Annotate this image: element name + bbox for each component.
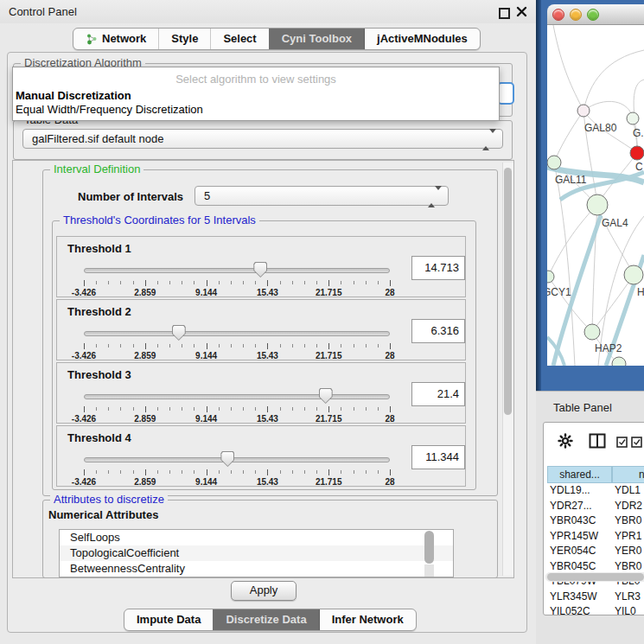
slider-track[interactable] <box>84 268 390 273</box>
float-icon[interactable] <box>499 8 510 19</box>
threshold-label: Threshold 3 <box>67 368 131 381</box>
table-row[interactable]: YDL19...YDL1 <box>544 483 644 499</box>
slider-thumb[interactable] <box>253 262 267 277</box>
tab-network[interactable]: Network <box>73 29 158 49</box>
threshold-panel-1: Threshold 1-3.4262.8599.14415.4321.71528… <box>56 236 466 297</box>
column-header-shared-name[interactable]: shared... <box>547 466 612 483</box>
apply-button[interactable]: Apply <box>231 581 296 601</box>
checkbox-icon[interactable] <box>616 437 628 448</box>
close-icon[interactable] <box>516 6 527 17</box>
cell-name: YER0 <box>615 544 641 559</box>
tab-jactivemnodules[interactable]: jActiveMNodules <box>364 29 480 49</box>
algorithm-combobox[interactable] <box>497 82 514 105</box>
slider-tick-labels: -3.4262.8599.14415.4321.71528 <box>84 477 390 488</box>
attribute-item-betweennesscentrality[interactable]: BetweennessCentrality <box>60 561 453 577</box>
panel-scrollbar[interactable] <box>502 163 513 576</box>
cell-shared-name: YDL19... <box>550 483 590 499</box>
network-node-h[interactable] <box>624 265 643 284</box>
attribute-item-selfloops[interactable]: SelfLoops <box>60 530 453 545</box>
threshold-value-field[interactable]: 6.316 <box>411 319 465 343</box>
network-node-gal80[interactable] <box>577 105 590 117</box>
threshold-slider[interactable]: -3.4262.8599.14415.4321.71528 <box>84 324 390 360</box>
column-header-name[interactable]: n <box>612 466 644 483</box>
threshold-panel-3: Threshold 3-3.4262.8599.14415.4321.71528… <box>56 362 466 424</box>
minimize-traffic-icon[interactable] <box>570 9 582 21</box>
threshold-value-field[interactable]: 14.713 <box>411 256 465 280</box>
scrollbar-thumb[interactable] <box>504 168 512 415</box>
table-row[interactable]: YIL052CYIL0 <box>544 604 644 620</box>
tab-label: Infer Network <box>332 609 404 630</box>
network-node-hap2[interactable] <box>584 324 600 340</box>
node-label-hap2: HAP2 <box>595 342 622 354</box>
table-data-combobox[interactable]: galFiltered.sif default node <box>22 129 503 149</box>
slider-ticks <box>84 280 390 287</box>
threshold-value-field[interactable]: 21.4 <box>411 382 465 406</box>
attributes-list[interactable]: SelfLoopsTopologicalCoefficientBetweenne… <box>59 529 454 577</box>
cell-shared-name: YDR27... <box>550 499 592 514</box>
table-row[interactable]: YDR27...YDR2 <box>544 499 644 514</box>
tab-discretize-data[interactable]: Discretize Data <box>213 609 318 630</box>
table-row[interactable]: YPR145WYPR1 <box>544 529 644 545</box>
cell-name: YBR0 <box>615 513 641 529</box>
settings-scroll-panel: Interval Definition Number of Intervals … <box>12 160 514 578</box>
checkbox-icon[interactable] <box>631 437 642 448</box>
table-panel-title: Table Panel <box>553 401 612 414</box>
panel-title: Control Panel <box>9 5 77 18</box>
table-row[interactable]: YLR345WYLR3 <box>544 590 644 605</box>
node-label-partial: C <box>635 161 643 173</box>
threshold-label: Threshold 1 <box>67 242 131 255</box>
table-hscrollbar[interactable] <box>545 572 644 582</box>
network-view-window: GAL80GAL11GAL4GCY1HHAP2G.C <box>536 0 644 391</box>
slider-thumb[interactable] <box>220 451 234 467</box>
network-node[interactable] <box>627 112 639 124</box>
table-data-value: galFiltered.sif default node <box>32 132 163 145</box>
network-node[interactable] <box>630 146 644 160</box>
attribute-item-topologicalcoefficient[interactable]: TopologicalCoefficient <box>60 545 453 561</box>
numerical-attributes-label: Numerical Attributes <box>48 508 158 521</box>
threshold-slider[interactable]: -3.4262.8599.14415.4321.71528 <box>84 450 390 487</box>
node-label-gal80: GAL80 <box>584 122 617 134</box>
slider-track[interactable] <box>84 394 390 399</box>
column-icon[interactable] <box>589 433 606 449</box>
slider-track[interactable] <box>84 457 390 462</box>
list-scrollbar-thumb[interactable] <box>424 531 434 564</box>
tab-infer-network[interactable]: Infer Network <box>319 609 416 630</box>
network-node-gal4[interactable] <box>587 194 608 215</box>
table-row[interactable]: YBR043CYBR0 <box>544 513 644 529</box>
network-window-titlebar[interactable] <box>547 4 644 25</box>
dropdown-option-manual-discretization[interactable]: Manual Discretization <box>16 89 131 102</box>
threshold-slider[interactable]: -3.4262.8599.14415.4321.71528 <box>84 261 390 297</box>
slider-thumb[interactable] <box>172 325 186 341</box>
cell-name: YIL0 <box>615 604 636 620</box>
gear-icon[interactable] <box>558 433 573 449</box>
attributes-group: Attributes to discretize Numerical Attri… <box>42 500 498 578</box>
slider-track[interactable] <box>84 331 390 336</box>
network-node-gal11[interactable] <box>547 156 561 169</box>
list-scrollbar-track[interactable] <box>424 564 434 577</box>
network-node-gcy1[interactable] <box>547 271 554 283</box>
tab-label: Network <box>102 29 146 49</box>
zoom-traffic-icon[interactable] <box>587 9 599 21</box>
dropdown-option-equal-width[interactable]: Equal Width/Frequency Discretization <box>16 103 203 116</box>
table-row[interactable]: YER054CYER0 <box>544 544 644 559</box>
tab-impute-data[interactable]: Impute Data <box>124 609 213 630</box>
network-canvas[interactable]: GAL80GAL11GAL4GCY1HHAP2G.C <box>547 25 644 366</box>
tab-select[interactable]: Select <box>210 29 268 49</box>
hscrollbar-thumb[interactable] <box>547 573 644 581</box>
network-icon <box>86 33 98 45</box>
cell-name: YDR2 <box>615 499 642 514</box>
tab-cyni-toolbox[interactable]: Cyni Toolbox <box>269 29 364 49</box>
tab-label: Cyni Toolbox <box>282 29 352 49</box>
tab-style[interactable]: Style <box>158 29 210 49</box>
stepper-icon <box>482 133 496 146</box>
node-label-gcy1: GCY1 <box>547 286 571 298</box>
network-node[interactable] <box>612 357 626 366</box>
number-of-intervals-combobox[interactable]: 5 <box>194 186 449 206</box>
slider-thumb[interactable] <box>319 388 333 404</box>
slider-tick-labels: -3.4262.8599.14415.4321.71528 <box>84 288 390 298</box>
node-label-partial: G. <box>633 127 644 139</box>
threshold-slider[interactable]: -3.4262.8599.14415.4321.71528 <box>84 387 390 424</box>
threshold-value-field[interactable]: 11.344 <box>411 445 465 469</box>
dropdown-hint: Select algorithm to view settings <box>13 73 499 86</box>
close-traffic-icon[interactable] <box>552 9 564 21</box>
